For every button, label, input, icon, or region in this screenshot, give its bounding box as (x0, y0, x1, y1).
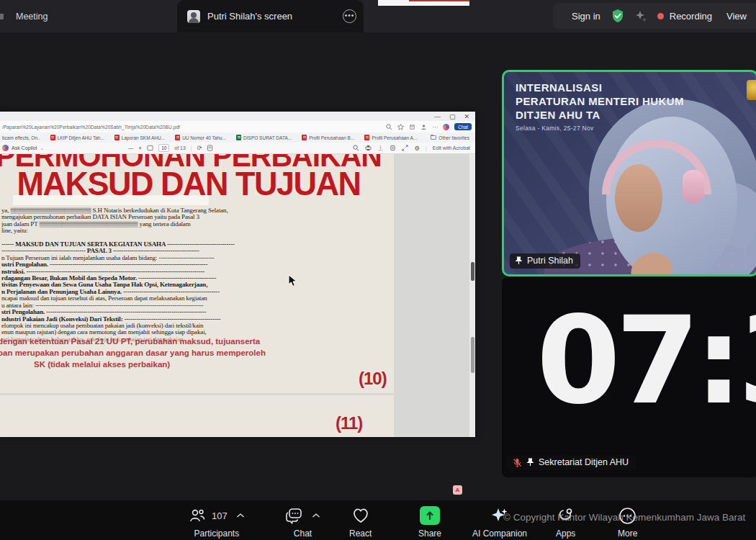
browser-address-bar[interactable]: /Paparan%20Layanan%20Perbaikan%20Data%20… (0, 121, 475, 132)
bookmark-item[interactable]: UU Nomor 40 Tahu... (175, 135, 226, 140)
participant-name-tag: Sekretariat Ditjen AHU (508, 455, 636, 470)
page-number-input[interactable]: 10 (158, 144, 169, 152)
maximize-icon[interactable]: ▢ (449, 113, 456, 120)
participants-icon (189, 508, 206, 523)
bookmark-item[interactable]: Laporan SKM AHU... (114, 135, 165, 140)
participants-button[interactable]: 107 Participants (189, 506, 245, 539)
browser-menu-icon[interactable]: ⋯ (432, 124, 438, 130)
close-icon[interactable]: ✕ (464, 113, 469, 120)
view-button[interactable]: View (726, 11, 747, 22)
video-tile-main-speaker[interactable]: INTERNALISASI PERATURAN MENTERI HUKUM DI… (502, 70, 756, 276)
sign-in-button[interactable]: Sign in (572, 11, 600, 22)
tab-shared-screen[interactable]: Putri Shilah's screen ••• (177, 0, 364, 32)
url-text[interactable]: /Paparan%20Layanan%20Perbaikan%20Data%20… (2, 125, 180, 130)
pin-icon (515, 256, 523, 265)
minimize-icon[interactable]: — (434, 113, 441, 120)
fullscreen-icon[interactable] (402, 145, 408, 151)
highlight-icon[interactable] (390, 145, 396, 151)
annotation-note-line3: SK (tidak melalui akses perbaikan) (34, 360, 170, 369)
ask-copilot-icon[interactable] (2, 145, 9, 151)
tab-options-icon[interactable]: ••• (343, 9, 356, 23)
shared-screen-tab-label: Putri Shilah's screen (207, 11, 292, 22)
bookmark-item[interactable]: LKIP Ditjen AHU Tah... (50, 135, 104, 140)
scrollbar-thumb[interactable] (471, 337, 474, 373)
share-button[interactable]: Share (418, 506, 441, 539)
other-favorites-button[interactable]: Other favorites (431, 135, 475, 140)
pdf-file-icon (364, 135, 369, 140)
bookmark-item[interactable]: Profil Perusahaan A... (364, 135, 417, 140)
pdf-file-icon (114, 135, 120, 140)
pdf-viewport[interactable]: PERMOHONAN PERBAIKAN MAKSUD DAN TUJUAN y… (0, 154, 469, 437)
chevron-up-icon[interactable] (236, 513, 245, 518)
countdown-timer: 07:34 (536, 300, 756, 421)
chat-button[interactable]: Chat (285, 506, 320, 539)
settings-gear-icon[interactable]: ⚙ (414, 145, 420, 152)
other-favorites-label: Other favorites (438, 135, 469, 140)
document-text-line: rdagangan Besar, Bukan Mobil dan Sepeda … (1, 275, 265, 282)
collections-icon[interactable] (409, 124, 415, 130)
bookmark-item[interactable]: DISPO SURAT DATA... (236, 135, 292, 140)
pdf-toolbar: Ask Copilot ⌄ — + 10 of 13 | ⟳ ⚙ | (0, 143, 475, 154)
share-label: Share (418, 528, 441, 539)
document-text-line: stri Pengolahan. -----------------------… (1, 309, 265, 315)
document-text-line: ndustri Pakaian Jadi (Konveksi) Dari Tek… (1, 316, 265, 323)
recording-indicator-icon (657, 13, 664, 19)
recording-label: Recording (670, 11, 712, 22)
react-button[interactable]: React (349, 506, 372, 539)
save-icon[interactable] (377, 145, 384, 151)
ask-copilot-button[interactable]: Ask Copilot (12, 145, 37, 150)
document-body-text: ya, ▒▒▒▒▒▒▒▒▒▒▒▒▒▒▒▒▒▒ S.H Notaris berke… (1, 207, 265, 343)
pdf-scrollbar[interactable] (469, 154, 475, 437)
heart-react-icon (351, 507, 370, 524)
fit-page-icon[interactable] (147, 145, 153, 151)
participants-count: 107 (212, 510, 228, 521)
pdf-file-icon (175, 135, 180, 140)
more-label: More (618, 528, 637, 539)
rotate-icon[interactable]: ⟳ (197, 145, 202, 151)
bookmark-label: bcam effects, On.. (2, 135, 40, 140)
copilot-icon[interactable] (443, 124, 449, 130)
document-text-line: u antara lain: -------------------------… (1, 302, 265, 309)
tab-meeting[interactable]: Meeting (16, 0, 48, 32)
participants-label: Participants (194, 528, 240, 539)
document-text-line: ya, ▒▒▒▒▒▒▒▒▒▒▒▒▒▒▒▒▒▒ S.H Notaris berke… (1, 207, 265, 214)
bookmark-item[interactable]: bcam effects, On.. (2, 135, 40, 140)
search-icon[interactable] (386, 124, 392, 130)
bookmark-label: Profil Perusahaan A... (372, 135, 417, 140)
document-text-line: enun maupun rajutan) dengan cara memoton… (1, 329, 265, 336)
pdf-page-10: PERMOHONAN PERBAIKAN MAKSUD DAN TUJUAN y… (0, 154, 394, 393)
edit-with-acrobat-button[interactable]: Edit with Acrobat (433, 145, 470, 150)
bookmark-label: UU Nomor 40 Tahu... (182, 135, 226, 140)
chevron-up-icon[interactable] (312, 513, 320, 518)
pdf-search-icon[interactable] (353, 145, 359, 151)
bookmarks-bar: bcam effects, On..LKIP Ditjen AHU Tah...… (0, 132, 475, 143)
favorite-star-icon[interactable] (397, 124, 404, 130)
participant-name-tag: Putri Shilah (510, 253, 580, 269)
bookmark-label: Profil Perusahaan B... (309, 135, 354, 140)
bookmark-label: LKIP Ditjen AHU Tah... (58, 135, 104, 140)
page-marker-10: (10) (359, 369, 387, 389)
page-count-label: of 13 (174, 145, 186, 150)
annotation-note-line2: oan merupakan perubahan anggaran dasar y… (0, 348, 266, 357)
document-text-line: ustri Pengolahan. ----------------------… (1, 261, 265, 268)
avatar (187, 10, 200, 23)
bookmark-item[interactable]: Profil Perusahaan B... (302, 135, 354, 140)
shared-screen-browser-window: — ▢ ✕ /Paparan%20Layanan%20Perbaikan%20D… (0, 112, 475, 437)
document-text-line: n Tujuan Perseroan ini ialah menjalankan… (1, 255, 265, 261)
excel-file-icon (236, 135, 241, 140)
zoom-out-button[interactable]: — (128, 145, 133, 150)
highlight-box (13, 195, 209, 205)
page-view-icon[interactable] (207, 145, 213, 151)
chevron-down-icon: ⌄ (40, 145, 44, 151)
ai-sparkle-icon[interactable] (635, 10, 647, 22)
print-icon[interactable] (365, 145, 372, 151)
copyright-watermark: © Copyright Kantor Wilayah Kemenkumham J… (503, 512, 745, 523)
copilot-chat-button[interactable]: Chat (454, 123, 472, 130)
security-shield-icon[interactable] (611, 9, 625, 23)
acrobat-floating-icon[interactable]: A (453, 485, 462, 495)
profile-icon[interactable] (420, 124, 427, 130)
document-text-line: tivitas Penyewaan dan Sewa Guna Usaha Ta… (1, 282, 265, 288)
zoom-in-button[interactable]: + (138, 145, 142, 152)
document-text-line: ncapai maksud dan tujuan tersebut di ata… (1, 295, 265, 302)
video-tile-timer[interactable]: 07:34 Sekretariat Ditjen AHU (502, 277, 756, 477)
